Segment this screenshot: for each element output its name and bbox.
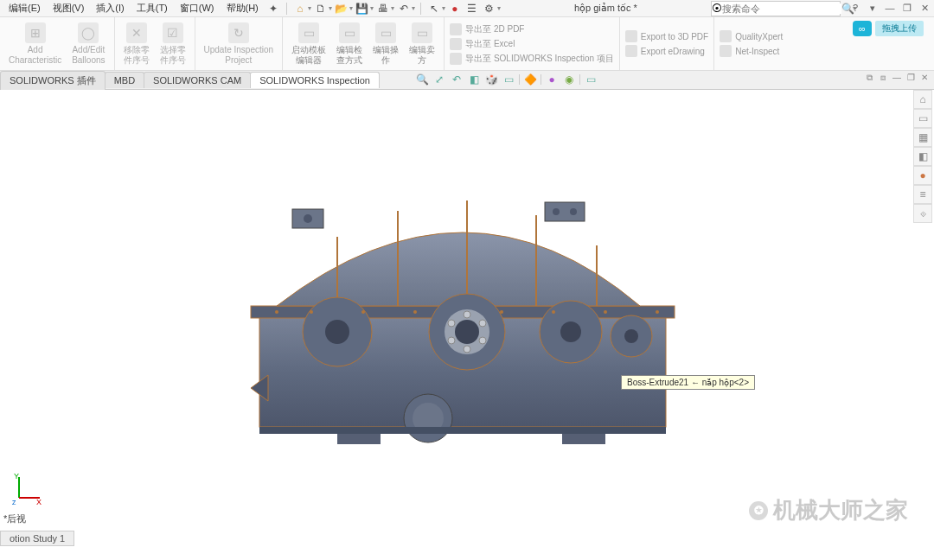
menu-edit[interactable]: 编辑(E) (3, 0, 46, 16)
resources-pane-icon[interactable]: ▭ (913, 109, 932, 128)
menu-help[interactable]: 帮助(H) (221, 0, 264, 16)
export-3d-pdf[interactable]: Export to 3D PDF (625, 30, 708, 42)
svg-point-35 (361, 310, 365, 314)
window-more-button[interactable]: ▾ (867, 3, 879, 14)
chevron-down-icon[interactable]: ▾ (349, 4, 353, 12)
motion-study-tab[interactable]: otion Study 1 (0, 531, 74, 546)
panel-close-icon[interactable]: ✕ (918, 73, 931, 85)
ribbon-group-targets: QualityXpert Net-Inspect (714, 17, 788, 70)
chevron-down-icon[interactable]: ▾ (329, 4, 332, 12)
view-orientation-icon[interactable]: 🎲 (484, 73, 498, 86)
template-editor-button[interactable]: ▭启动模板编辑器 (286, 19, 331, 68)
label: 编辑操 (373, 45, 399, 55)
chevron-down-icon[interactable]: ▾ (497, 4, 501, 12)
pin-icon[interactable]: ✦ (265, 1, 281, 16)
menu-view[interactable]: 视图(V) (48, 0, 90, 16)
svg-point-21 (448, 337, 455, 344)
ribbon-group-export-left: 导出至 2D PDF 导出至 Excel 导出至 SOLIDWORKS Insp… (445, 17, 620, 70)
feature-tooltip: Boss-Extrude21 ← nắp hộp<2> (621, 375, 755, 390)
help-button[interactable]: ? (849, 3, 861, 14)
export-excel[interactable]: 导出至 Excel (450, 38, 614, 50)
panel-expand-icon[interactable]: ⧈ (877, 73, 889, 85)
add-edit-balloons-button[interactable]: ◯Add/EditBalloons (67, 19, 110, 68)
print-icon[interactable]: 🖶 (375, 1, 391, 16)
undo-icon[interactable]: ↶ (396, 1, 412, 16)
display-style-icon[interactable]: ▭ (502, 73, 515, 86)
tab-cam[interactable]: SOLIDWORKS CAM (144, 72, 251, 88)
appearance-icon[interactable]: ● (545, 73, 559, 86)
add-characteristic-button[interactable]: ⊞AddCharacteristic (3, 19, 67, 68)
separator (519, 74, 520, 85)
custom-props-icon[interactable]: ≡ (913, 185, 932, 204)
menu-window[interactable]: 窗口(W) (175, 0, 220, 16)
export-icon (450, 38, 462, 50)
graphics-viewport[interactable]: Boss-Extrude21 ← nắp hộp<2> Y X z *后视 ot… (0, 90, 934, 546)
menu-tools[interactable]: 工具(T) (131, 0, 173, 16)
label: Export eDrawing (641, 47, 705, 56)
forum-pane-icon[interactable]: ⟐ (913, 204, 932, 223)
export-edrawing[interactable]: Export eDrawing (625, 45, 708, 57)
separator (286, 3, 287, 15)
select-balloon-button[interactable]: ☑选择零件序号 (155, 19, 191, 68)
home-pane-icon[interactable]: ⌂ (913, 90, 932, 109)
save-icon[interactable]: 💾 (355, 1, 370, 16)
panel-restore-icon[interactable]: ⧉ (863, 73, 875, 85)
tab-addins[interactable]: SOLIDWORKS 插件 (0, 71, 106, 90)
view-palette-icon[interactable]: ◧ (913, 147, 932, 166)
export-2d-pdf[interactable]: 导出至 2D PDF (450, 23, 614, 35)
minimize-button[interactable]: — (884, 3, 896, 14)
panel-minimize-icon[interactable]: — (891, 73, 903, 85)
svg-point-20 (464, 346, 470, 353)
library-pane-icon[interactable]: ▦ (913, 128, 932, 147)
menu-insert[interactable]: 插入(I) (91, 0, 129, 16)
chevron-down-icon[interactable]: ▾ (412, 4, 415, 12)
appearance-pane-icon[interactable]: ● (913, 166, 932, 185)
panel-maximize-icon[interactable]: ❐ (905, 73, 917, 85)
list-icon[interactable]: ☰ (464, 1, 480, 16)
separator (579, 74, 580, 85)
zoom-fit-icon[interactable]: 🔍 (415, 73, 429, 86)
task-pane: ⌂ ▭ ▦ ◧ ● ≡ ⟐ (913, 90, 934, 223)
edit-operation-button[interactable]: ▭编辑操作 (368, 19, 404, 68)
section-view-icon[interactable]: ◧ (467, 73, 481, 86)
qualityxpert[interactable]: QualityXpert (720, 30, 783, 42)
upload-badge[interactable]: ∞ 拖拽上传 (853, 21, 924, 36)
target-icon (720, 30, 732, 42)
svg-point-10 (553, 208, 560, 215)
previous-view-icon[interactable]: ↶ (450, 73, 464, 86)
record-icon[interactable]: ● (447, 1, 463, 16)
chevron-down-icon[interactable]: ▾ (370, 4, 374, 12)
open-icon[interactable]: 📂 (334, 1, 349, 16)
select-icon[interactable]: ↖ (426, 1, 442, 16)
hide-show-icon[interactable]: 🔶 (523, 73, 537, 86)
label: Balloons (72, 55, 105, 66)
chevron-down-icon[interactable]: ▾ (442, 4, 445, 12)
net-inspect[interactable]: Net-Inspect (720, 45, 783, 57)
svg-point-24 (560, 321, 581, 342)
menu-bar: 编辑(E) 视图(V) 插入(I) 工具(T) 窗口(W) 帮助(H) ✦ ⌂▾… (0, 0, 934, 17)
remove-balloon-button[interactable]: ✕移除零件序号 (118, 19, 155, 68)
new-icon[interactable]: 🗋 (313, 1, 329, 16)
label: 选择零 (160, 45, 186, 55)
render-icon[interactable]: ▭ (584, 73, 598, 86)
ribbon-group-characteristic: ⊞AddCharacteristic ◯Add/EditBalloons (0, 17, 115, 70)
bottom-tabs: otion Study 1 (0, 531, 74, 546)
export-inspection-project[interactable]: 导出至 SOLIDWORKS Inspection 项目 (450, 53, 614, 65)
chevron-down-icon[interactable]: ▾ (308, 4, 311, 12)
chevron-down-icon[interactable]: ▾ (391, 4, 394, 12)
maximize-button[interactable]: ❐ (901, 3, 913, 14)
update-inspection-button[interactable]: ↻Update InspectionProject (199, 19, 279, 68)
search-input[interactable] (722, 3, 841, 14)
settings-icon[interactable]: ⚙ (482, 1, 497, 16)
zoom-window-icon[interactable]: ⤢ (432, 73, 446, 86)
close-button[interactable]: ✕ (918, 3, 931, 14)
tab-mbd[interactable]: MBD (105, 72, 144, 88)
search-box[interactable]: ⦿ 🔍 ▾ (711, 1, 841, 16)
wechat-icon: ✪ (749, 501, 768, 520)
scene-icon[interactable]: ◉ (562, 73, 576, 86)
tab-inspection[interactable]: SOLIDWORKS Inspection (250, 72, 380, 88)
edit-vendor-button[interactable]: ▭编辑卖方 (404, 19, 440, 68)
edit-inspection-button[interactable]: ▭编辑检查方式 (331, 19, 368, 68)
ribbon-group-export-right: Export to 3D PDF Export eDrawing (620, 17, 714, 70)
home-icon[interactable]: ⌂ (292, 1, 308, 16)
